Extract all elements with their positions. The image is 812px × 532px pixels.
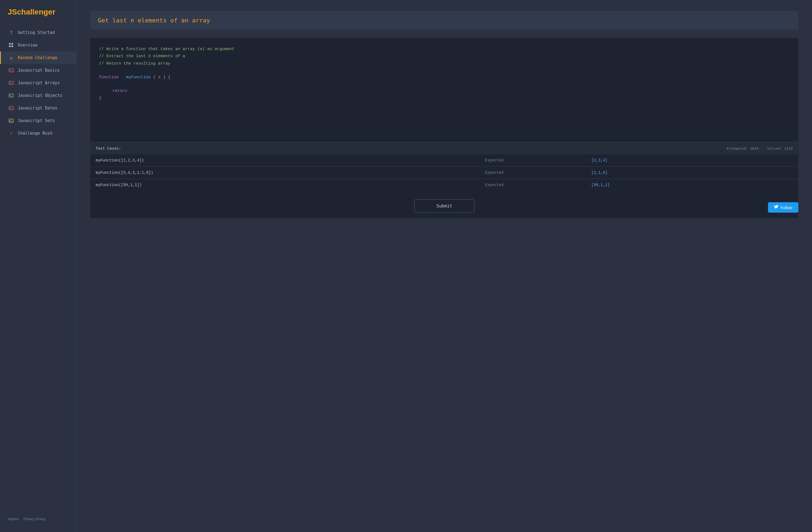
code-line-close: } bbox=[99, 95, 789, 102]
bolt-icon: ⚡ bbox=[9, 130, 14, 136]
terminal-sets-icon bbox=[9, 118, 14, 123]
svg-rect-8 bbox=[9, 94, 13, 97]
attempted-label: Attempted: bbox=[726, 146, 748, 151]
attempted-value: 2616 bbox=[750, 146, 758, 151]
terminal-dates-icon bbox=[9, 106, 14, 111]
challenge-title: Get last n elements of an array bbox=[98, 17, 791, 24]
terminal-arrays-icon bbox=[9, 80, 14, 86]
twitter-icon bbox=[774, 205, 778, 210]
sidebar-item-random-challenge[interactable]: ⚖ Random Challenge bbox=[0, 52, 76, 64]
logo: JSchallenger bbox=[0, 8, 76, 26]
test-expected-label: Expected bbox=[480, 179, 586, 191]
svg-rect-1 bbox=[12, 43, 13, 45]
svg-rect-2 bbox=[9, 45, 11, 47]
sidebar-item-label: Getting Started bbox=[18, 30, 55, 35]
sidebar-nav: ? Getting Started Overview ⚖ Random Chal… bbox=[0, 26, 76, 140]
test-input: myFunction([5,4,3,2,1,0]) bbox=[90, 167, 480, 179]
test-expected-value: [99,1,1] bbox=[586, 179, 798, 191]
code-line-func: function myFunction ( a ) { bbox=[99, 74, 789, 81]
solved-label: Solved: bbox=[767, 146, 782, 151]
sidebar-item-label: Javascript Objects bbox=[18, 93, 62, 98]
svg-rect-0 bbox=[9, 43, 11, 45]
sidebar-item-label: Javascript Arrays bbox=[18, 81, 60, 85]
svg-rect-3 bbox=[12, 45, 13, 47]
svg-rect-12 bbox=[9, 119, 13, 122]
table-row: myFunction([5,4,3,2,1,0]) Expected [2,1,… bbox=[90, 167, 798, 179]
imprint-link[interactable]: Imprint bbox=[8, 517, 18, 521]
svg-rect-4 bbox=[9, 69, 13, 72]
challenge-area: // Write a function that takes an array … bbox=[90, 38, 798, 218]
table-row: myFunction([99,1,1]) Expected [99,1,1] bbox=[90, 179, 798, 191]
svg-rect-6 bbox=[9, 81, 13, 85]
terminal-objects-icon bbox=[9, 93, 14, 98]
sidebar-item-label: Javascript Dates bbox=[18, 106, 57, 111]
sidebar-item-label: Javascript Basics bbox=[18, 68, 60, 73]
code-editor[interactable]: // Write a function that takes an array … bbox=[90, 38, 798, 142]
privacy-link[interactable]: Privacy Policy bbox=[24, 517, 46, 521]
code-line-return: return bbox=[99, 87, 789, 95]
test-stats: Attempted: 2616 Solved: 1318 bbox=[726, 146, 793, 151]
sidebar-item-javascript-objects[interactable]: Javascript Objects bbox=[0, 89, 76, 102]
main-content: Get last n elements of an array // Write… bbox=[76, 0, 812, 532]
sidebar-item-overview[interactable]: Overview bbox=[0, 39, 76, 52]
submit-button[interactable]: Submit bbox=[414, 199, 474, 213]
sidebar-item-javascript-sets[interactable]: Javascript Sets bbox=[0, 114, 76, 127]
test-cases-header: Test Cases: Attempted: 2616 Solved: 1318 bbox=[90, 142, 798, 154]
submit-area: Submit Follow bbox=[90, 191, 798, 218]
sidebar-item-javascript-arrays[interactable]: Javascript Arrays bbox=[0, 76, 76, 89]
svg-rect-10 bbox=[9, 107, 13, 110]
code-line-comment2: // Extract the last 3 elements of a bbox=[99, 53, 789, 60]
test-input: myFunction([99,1,1]) bbox=[90, 179, 480, 191]
sidebar-item-label: Javascript Sets bbox=[18, 118, 55, 123]
code-blank-line2 bbox=[99, 81, 789, 87]
sidebar-item-label: Challenge Rush bbox=[18, 131, 52, 136]
solved-value: 1318 bbox=[784, 146, 793, 151]
circle-question-icon: ? bbox=[9, 30, 14, 35]
grid-icon bbox=[9, 42, 14, 48]
sidebar-item-javascript-basics[interactable]: Javascript Basics bbox=[0, 64, 76, 76]
sidebar-footer: Imprint Privacy Policy bbox=[0, 512, 76, 527]
follow-label: Follow bbox=[781, 205, 792, 210]
sidebar-item-javascript-dates[interactable]: Javascript Dates bbox=[0, 102, 76, 114]
table-row: myFunction([1,2,3,4]) Expected [2,3,4] bbox=[90, 154, 798, 167]
sidebar-item-label: Random Challenge bbox=[18, 55, 57, 60]
test-expected-value: [2,1,0] bbox=[586, 167, 798, 179]
test-input: myFunction([1,2,3,4]) bbox=[90, 154, 480, 167]
test-expected-label: Expected bbox=[480, 167, 586, 179]
code-blank-line bbox=[99, 67, 789, 74]
sidebar-item-label: Overview bbox=[18, 43, 38, 47]
sidebar: JSchallenger ? Getting Started Overview … bbox=[0, 0, 76, 532]
follow-button[interactable]: Follow bbox=[768, 202, 798, 213]
scales-icon: ⚖ bbox=[9, 55, 14, 60]
code-line-comment3: // Return the resulting array bbox=[99, 60, 789, 67]
test-cases-label: Test Cases: bbox=[96, 146, 121, 151]
terminal-basics-icon bbox=[9, 68, 14, 73]
logo-text: JSchallenger bbox=[8, 8, 55, 16]
test-expected-label: Expected bbox=[480, 154, 586, 167]
test-cases-table: myFunction([1,2,3,4]) Expected [2,3,4] m… bbox=[90, 154, 798, 191]
test-expected-value: [2,3,4] bbox=[586, 154, 798, 167]
challenge-header: Get last n elements of an array bbox=[90, 11, 798, 30]
sidebar-item-challenge-rush[interactable]: ⚡ Challenge Rush bbox=[0, 127, 76, 140]
sidebar-item-getting-started[interactable]: ? Getting Started bbox=[0, 26, 76, 39]
code-line-comment1: // Write a function that takes an array … bbox=[99, 46, 789, 53]
